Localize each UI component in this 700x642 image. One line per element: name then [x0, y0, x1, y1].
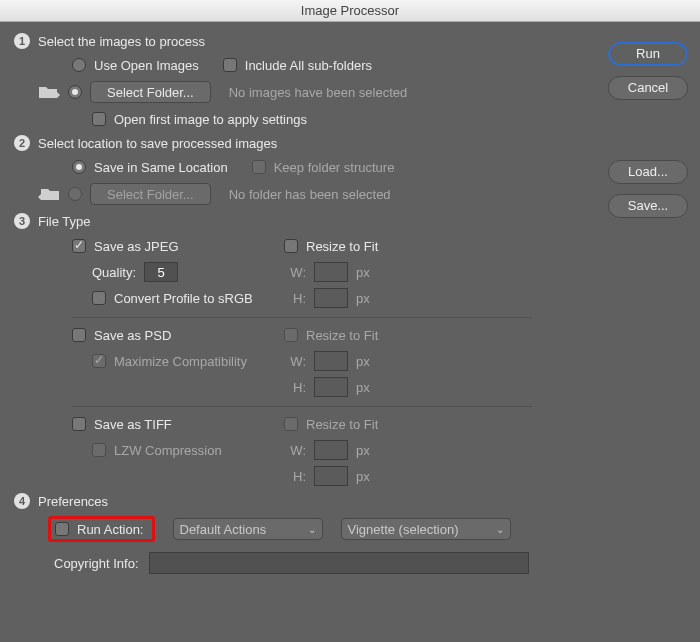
section3-heading: File Type: [38, 214, 91, 229]
psd-resize-label: Resize to Fit: [306, 328, 378, 343]
convert-srgb-checkbox[interactable]: [92, 291, 106, 305]
section-number-3: 3: [14, 213, 30, 229]
lzw-label: LZW Compression: [114, 443, 222, 458]
lzw-checkbox: [92, 443, 106, 457]
section4-heading: Preferences: [38, 494, 108, 509]
keep-folder-structure-checkbox: [252, 160, 266, 174]
section-number-2: 2: [14, 135, 30, 151]
save-button[interactable]: Save...: [608, 194, 688, 218]
include-subfolders-checkbox[interactable]: [223, 58, 237, 72]
psd-w-label: W:: [284, 354, 306, 369]
select-folder-radio[interactable]: [68, 85, 82, 99]
psd-resize-checkbox: [284, 328, 298, 342]
save-same-location-label: Save in Same Location: [94, 160, 228, 175]
tiff-h-px: px: [356, 469, 370, 484]
window-title: Image Processor: [0, 0, 700, 22]
no-images-status: No images have been selected: [229, 85, 408, 100]
quality-label: Quality:: [92, 265, 136, 280]
include-subfolders-label: Include All sub-folders: [245, 58, 372, 73]
save-psd-label: Save as PSD: [94, 328, 171, 343]
use-open-images-radio[interactable]: [72, 58, 86, 72]
save-jpeg-checkbox[interactable]: [72, 239, 86, 253]
folder-export-icon: [38, 186, 60, 202]
divider: [72, 406, 532, 407]
psd-height-input: [314, 377, 348, 397]
save-tiff-label: Save as TIFF: [94, 417, 172, 432]
tiff-resize-checkbox: [284, 417, 298, 431]
folder-import-icon: [38, 84, 60, 100]
convert-srgb-label: Convert Profile to sRGB: [114, 291, 253, 306]
tiff-width-input: [314, 440, 348, 460]
tiff-height-input: [314, 466, 348, 486]
copyright-input[interactable]: [149, 552, 529, 574]
jpeg-h-label: H:: [284, 291, 306, 306]
keep-folder-structure-label: Keep folder structure: [274, 160, 395, 175]
jpeg-h-px: px: [356, 291, 370, 306]
save-jpeg-label: Save as JPEG: [94, 239, 179, 254]
run-action-label: Run Action:: [77, 522, 144, 537]
save-tiff-checkbox[interactable]: [72, 417, 86, 431]
select-dest-folder-radio[interactable]: [68, 187, 82, 201]
chevron-down-icon: ⌄: [308, 524, 316, 535]
psd-w-px: px: [356, 354, 370, 369]
psd-h-label: H:: [284, 380, 306, 395]
load-button[interactable]: Load...: [608, 160, 688, 184]
quality-input[interactable]: [144, 262, 178, 282]
jpeg-width-input: [314, 262, 348, 282]
jpeg-height-input: [314, 288, 348, 308]
action-set-dropdown[interactable]: Default Actions ⌄: [173, 518, 323, 540]
select-dest-folder-button: Select Folder...: [90, 183, 211, 205]
max-compat-label: Maximize Compatibility: [114, 354, 247, 369]
psd-width-input: [314, 351, 348, 371]
tiff-w-px: px: [356, 443, 370, 458]
jpeg-w-label: W:: [284, 265, 306, 280]
open-first-image-checkbox[interactable]: [92, 112, 106, 126]
no-folder-status: No folder has been selected: [229, 187, 391, 202]
chevron-down-icon: ⌄: [496, 524, 504, 535]
copyright-label: Copyright Info:: [54, 556, 139, 571]
run-action-highlight: Run Action:: [48, 516, 155, 542]
section2-heading: Select location to save processed images: [38, 136, 277, 151]
psd-h-px: px: [356, 380, 370, 395]
tiff-w-label: W:: [284, 443, 306, 458]
section-number-4: 4: [14, 493, 30, 509]
action-value: Vignette (selection): [348, 522, 459, 537]
divider: [72, 317, 532, 318]
save-psd-checkbox[interactable]: [72, 328, 86, 342]
action-set-value: Default Actions: [180, 522, 267, 537]
jpeg-resize-label: Resize to Fit: [306, 239, 378, 254]
tiff-h-label: H:: [284, 469, 306, 484]
jpeg-w-px: px: [356, 265, 370, 280]
jpeg-resize-checkbox[interactable]: [284, 239, 298, 253]
open-first-image-label: Open first image to apply settings: [114, 112, 307, 127]
save-same-location-radio[interactable]: [72, 160, 86, 174]
run-button[interactable]: Run: [608, 42, 688, 66]
section-number-1: 1: [14, 33, 30, 49]
run-action-checkbox[interactable]: [55, 522, 69, 536]
max-compat-checkbox: [92, 354, 106, 368]
select-source-folder-button[interactable]: Select Folder...: [90, 81, 211, 103]
action-dropdown[interactable]: Vignette (selection) ⌄: [341, 518, 511, 540]
tiff-resize-label: Resize to Fit: [306, 417, 378, 432]
section1-heading: Select the images to process: [38, 34, 205, 49]
use-open-images-label: Use Open Images: [94, 58, 199, 73]
cancel-button[interactable]: Cancel: [608, 76, 688, 100]
